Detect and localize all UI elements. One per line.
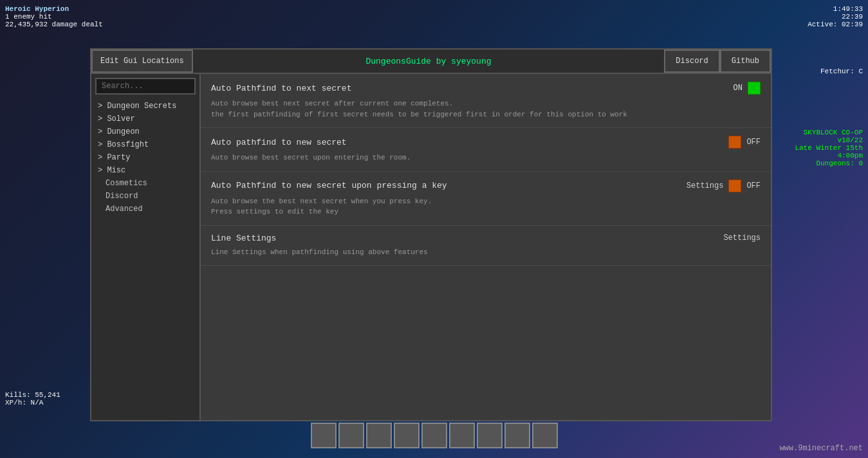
controls-3: Settings OFF (687, 179, 761, 192)
hotbar-slot-3 (366, 423, 392, 448)
time-1: 1:49:33 (808, 5, 863, 13)
hotbar-slot-2 (338, 423, 364, 448)
hotbar-slot-1 (311, 423, 337, 448)
settings-link-4[interactable]: Settings (723, 234, 761, 243)
game-time: 4:00pm (795, 152, 863, 160)
hotbar-slot-4 (394, 423, 420, 448)
gui-title: DungeonsGuide by syeyoung (193, 57, 665, 66)
setting-title-3: Auto Pathfind to new secret upon pressin… (211, 181, 447, 190)
toggle-orange-indicator-2[interactable] (728, 136, 741, 149)
off-label-3: OFF (746, 181, 761, 190)
hotbar-slot-9 (532, 423, 558, 448)
gui-content: > Dungeon Secrets > Solver > Dungeon > B… (91, 74, 771, 420)
toggle-off-2[interactable]: OFF (728, 136, 761, 149)
gui-topbar: Edit Gui Locations DungeonsGuide by syey… (91, 50, 771, 74)
sidebar-item-dungeon-secrets[interactable]: > Dungeon Secrets (95, 100, 196, 113)
hud-topleft: Heroic Hyperion 1 enemy hit 22,435,932 d… (5, 5, 103, 28)
setting-auto-pathfind-next: Auto Pathfind to next secret ON Auto bro… (201, 74, 771, 128)
setting-title-1: Auto Pathfind to next secret (211, 84, 351, 93)
hotbar-slot-6 (449, 423, 475, 448)
setting-line-settings: Line Settings Settings Line Settings whe… (201, 226, 771, 266)
fetchur-label: Fetchur: C (820, 68, 863, 75)
off-label-2: OFF (746, 138, 761, 147)
sidebar-item-solver[interactable]: > Solver (95, 113, 196, 125)
hotbar-slot-5 (421, 423, 447, 448)
setting-header-1: Auto Pathfind to next secret ON (211, 82, 761, 95)
sidebar-item-dungeon[interactable]: > Dungeon (95, 125, 196, 138)
xp-rate: XP/h: N/A (5, 399, 60, 407)
hotbar-slot-8 (504, 423, 530, 448)
sidebar-item-cosmetics[interactable]: Cosmetics (95, 177, 196, 190)
sidebar-item-party[interactable]: > Party (95, 151, 196, 164)
dungeon-count: Dungeons: 0 (795, 160, 863, 167)
hotbar-slot-7 (477, 423, 503, 448)
setting-desc-1b: the first pathfinding of first secret ne… (211, 109, 761, 120)
sidebar-item-advanced[interactable]: Advanced (95, 203, 196, 215)
toggle-label-on: ON (734, 84, 743, 93)
toggle-on-1[interactable]: ON (734, 82, 761, 95)
sidebar-item-bossfight[interactable]: > Bossfight (95, 138, 196, 151)
time-2: 22:39 (808, 13, 863, 21)
toggle-green-indicator[interactable] (748, 82, 761, 95)
setting-title-2: Auto pathfind to new secret (211, 138, 347, 147)
setting-desc-3a: Auto browse the best next secret when yo… (211, 196, 761, 207)
fetchur-display: Fetchur: C (820, 68, 863, 75)
setting-auto-pathfind-key: Auto Pathfind to new secret upon pressin… (201, 172, 771, 226)
server-version: v10/22 (795, 136, 863, 144)
setting-desc-2a: Auto browse best secret upon entering th… (211, 152, 761, 163)
edit-gui-button[interactable]: Edit Gui Locations (91, 50, 193, 73)
weapon-name: Heroic Hyperion (5, 5, 103, 13)
hud-bottomleft: Kills: 55,241 XP/h: N/A (5, 391, 60, 407)
kills-count: Kills: 55,241 (5, 391, 60, 399)
settings-link-3[interactable]: Settings (687, 181, 724, 190)
game-date: Late Winter 15th (795, 144, 863, 152)
controls-4: Settings (723, 234, 761, 243)
sidebar: > Dungeon Secrets > Solver > Dungeon > B… (91, 74, 201, 420)
setting-auto-pathfind-new: Auto pathfind to new secret OFF Auto bro… (201, 128, 771, 172)
setting-desc-4a: Line Settings when pathfinding using abo… (211, 247, 761, 258)
setting-title-4: Line Settings (211, 234, 276, 243)
damage-dealt: 22,435,932 damage dealt (5, 21, 103, 28)
github-button[interactable]: Github (720, 50, 771, 73)
setting-desc-3b: Press settings to edit the key (211, 206, 761, 217)
watermark: www.9minecraft.net (779, 444, 863, 453)
setting-header-2: Auto pathfind to new secret OFF (211, 136, 761, 149)
toggle-orange-indicator-3[interactable] (728, 179, 741, 192)
enemy-hit: 1 enemy hit (5, 13, 103, 21)
server-name: SKYBLOCK CO-OP (795, 129, 863, 136)
setting-header-3: Auto Pathfind to new secret upon pressin… (211, 179, 761, 192)
sidebar-item-discord[interactable]: Discord (95, 190, 196, 203)
search-input[interactable] (95, 78, 196, 95)
setting-header-4: Line Settings Settings (211, 234, 761, 243)
settings-area: Auto Pathfind to next secret ON Auto bro… (201, 74, 771, 420)
active-time: Active: 02:39 (808, 21, 863, 28)
sidebar-item-misc[interactable]: > Misc (95, 164, 196, 177)
gui-panel: Edit Gui Locations DungeonsGuide by syey… (90, 48, 772, 421)
discord-button[interactable]: Discord (664, 50, 719, 73)
hud-topright: 1:49:33 22:39 Active: 02:39 (808, 5, 863, 28)
setting-desc-1a: Auto browse best next secret after curre… (211, 98, 761, 109)
hud-rightside: SKYBLOCK CO-OP v10/22 Late Winter 15th 4… (795, 129, 863, 167)
